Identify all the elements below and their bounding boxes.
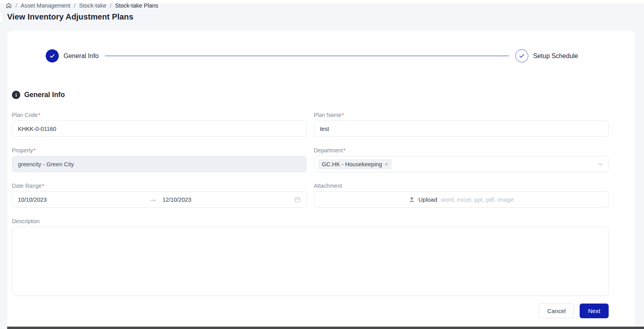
page-title: View Inventory Adjustment Plans [7,12,133,21]
stepper: General Info Setup Schedule [46,49,578,62]
step-setup-schedule[interactable]: Setup Schedule [515,49,578,62]
plan-code-label: Plan Code* [12,111,307,119]
breadcrumb-separator: / [110,2,112,9]
attachment-label: Attachment [314,182,609,189]
upload-icon [409,197,415,202]
breadcrumb-item-asset-management[interactable]: Asset Management [21,2,70,9]
department-tag-label: GC.HK - Housekeeping [322,161,382,168]
plan-name-field: Plan Name* [314,111,609,137]
next-button[interactable]: Next [580,304,609,318]
attachment-field: Attachment Upload word, excel, ppt, pdf,… [314,182,609,208]
plan-code-input[interactable] [12,121,307,137]
department-label: Department* [314,147,609,154]
department-select[interactable]: GC.HK - Housekeeping × [314,156,609,172]
label-text: Department [314,147,343,154]
breadcrumb-item-stock-take-plans: Stock-take Plans [115,2,159,9]
breadcrumb-separator: / [15,2,17,9]
date-range-field: Date Range* 10/10/2023 12/10/2023 [12,182,307,208]
stepper-connector [105,56,509,56]
department-field: Department* GC.HK - Housekeeping × [314,147,609,172]
date-range-end[interactable]: 12/10/2023 [156,197,294,203]
close-icon[interactable]: × [385,162,388,167]
step-label: Setup Schedule [533,53,578,60]
plan-name-input[interactable] [314,121,609,137]
info-icon: i [12,91,20,99]
date-range-label: Date Range* [12,182,307,189]
section-title: General Info [24,91,65,99]
department-tag: GC.HK - Housekeeping × [318,159,392,169]
home-icon[interactable] [6,2,12,9]
date-range-picker[interactable]: 10/10/2023 12/10/2023 [12,191,307,208]
step-general-info[interactable]: General Info [46,49,99,62]
label-text: Plan Name [314,112,341,118]
breadcrumb-separator: / [74,2,75,9]
back-button[interactable] [0,12,3,23]
property-field: Property* [12,147,307,172]
horizontal-scrollbar[interactable] [7,327,644,329]
required-mark: * [33,147,35,154]
swap-right-icon [150,197,156,202]
label-text: Property [12,147,33,154]
form-footer: Cancel Next [12,304,609,318]
required-mark: * [38,112,40,118]
label-text: Date Range [12,183,42,189]
date-range-start[interactable]: 10/10/2023 [18,197,150,203]
breadcrumb: / Asset Management / Stock-take / Stock-… [6,2,158,9]
section-header: i General Info [12,91,609,99]
description-label: Description [12,218,609,225]
check-icon [515,49,528,62]
description-textarea[interactable] [12,227,609,296]
property-input [12,156,307,172]
chevron-down-icon [598,162,603,168]
upload-button-label: Upload [418,196,437,203]
step-label: General Info [64,53,99,60]
form-card: General Info Setup Schedule i General In… [7,31,635,327]
calendar-icon [294,197,301,203]
description-field: Description [12,218,609,298]
required-mark: * [342,112,344,118]
upload-hint: word, excel, ppt, pdf, image [441,196,514,203]
plan-code-field: Plan Code* [12,111,307,137]
label-text: Plan Code [12,112,38,118]
plan-name-label: Plan Name* [314,111,609,119]
property-label: Property* [12,147,307,154]
required-mark: * [343,147,345,154]
attachment-upload[interactable]: Upload word, excel, ppt, pdf, image [314,191,609,208]
check-icon [46,49,59,62]
breadcrumb-item-stock-take[interactable]: Stock-take [79,2,106,9]
required-mark: * [42,183,44,189]
cancel-button[interactable]: Cancel [539,304,574,318]
